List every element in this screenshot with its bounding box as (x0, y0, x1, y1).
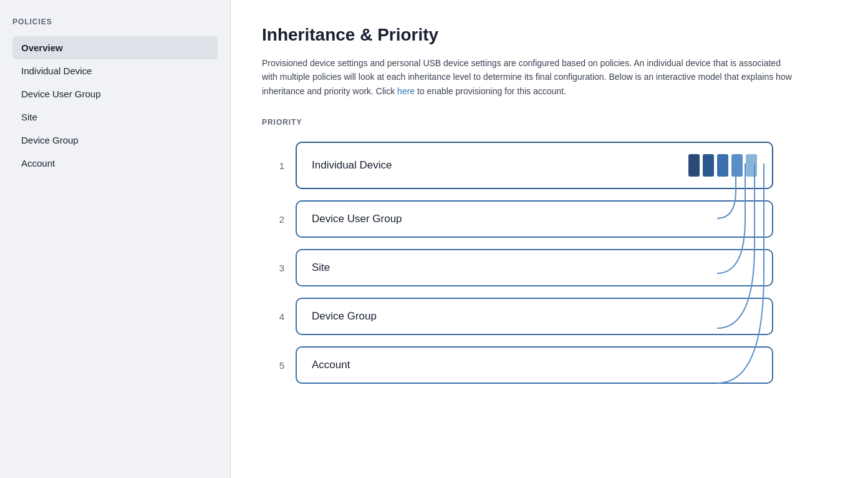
sidebar: POLICIES OverviewIndividual DeviceDevice… (0, 0, 231, 478)
sidebar-item-overview[interactable]: Overview (12, 36, 218, 59)
here-link[interactable]: here (397, 86, 415, 96)
level-box-0[interactable]: Individual Device (296, 142, 773, 189)
sidebar-item-site[interactable]: Site (12, 105, 218, 129)
level-number-0: 1 (262, 160, 284, 171)
level-label-2: Site (312, 261, 330, 274)
level-row-0: 1Individual Device (262, 142, 773, 189)
level-number-4: 5 (262, 360, 284, 371)
level-label-3: Device Group (312, 310, 377, 323)
sidebar-item-individual-device[interactable]: Individual Device (12, 59, 218, 82)
sidebar-section-title: POLICIES (12, 17, 218, 26)
level-label-0: Individual Device (312, 159, 392, 172)
priority-bar-2 (703, 154, 714, 177)
level-box-1[interactable]: Device User Group (296, 200, 773, 238)
priority-label: PRIORITY (262, 118, 837, 127)
level-box-3[interactable]: Device Group (296, 298, 773, 335)
priority-bar-5 (746, 154, 757, 177)
description-text-2: to enable provisioning for this account. (415, 86, 566, 96)
diagram-container: 1Individual Device2Device User Group3Sit… (262, 142, 773, 395)
level-label-1: Device User Group (312, 213, 402, 225)
level-row-2: 3Site (262, 249, 773, 286)
main-content: Inheritance & Priority Provisioned devic… (231, 0, 868, 478)
level-box-2[interactable]: Site (296, 249, 773, 286)
page-title: Inheritance & Priority (262, 25, 837, 45)
priority-bar-3 (717, 154, 728, 177)
level-row-3: 4Device Group (262, 298, 773, 335)
sidebar-item-account[interactable]: Account (12, 152, 218, 175)
level-row-4: 5Account (262, 346, 773, 384)
level-box-4[interactable]: Account (296, 346, 773, 384)
level-number-1: 2 (262, 214, 284, 225)
sidebar-item-device-group[interactable]: Device Group (12, 129, 218, 152)
priority-bars (688, 154, 757, 177)
level-number-2: 3 (262, 263, 284, 273)
level-label-4: Account (312, 359, 350, 371)
level-number-3: 4 (262, 311, 284, 322)
sidebar-item-device-user-group[interactable]: Device User Group (12, 82, 218, 105)
level-row-1: 2Device User Group (262, 200, 773, 238)
levels-column: 1Individual Device2Device User Group3Sit… (262, 142, 773, 395)
sidebar-nav: OverviewIndividual DeviceDevice User Gro… (12, 36, 218, 175)
priority-bar-1 (688, 154, 700, 177)
priority-bar-4 (731, 154, 743, 177)
diagram-wrapper: 1Individual Device2Device User Group3Sit… (262, 142, 773, 395)
description: Provisioned device settings and personal… (262, 56, 798, 98)
